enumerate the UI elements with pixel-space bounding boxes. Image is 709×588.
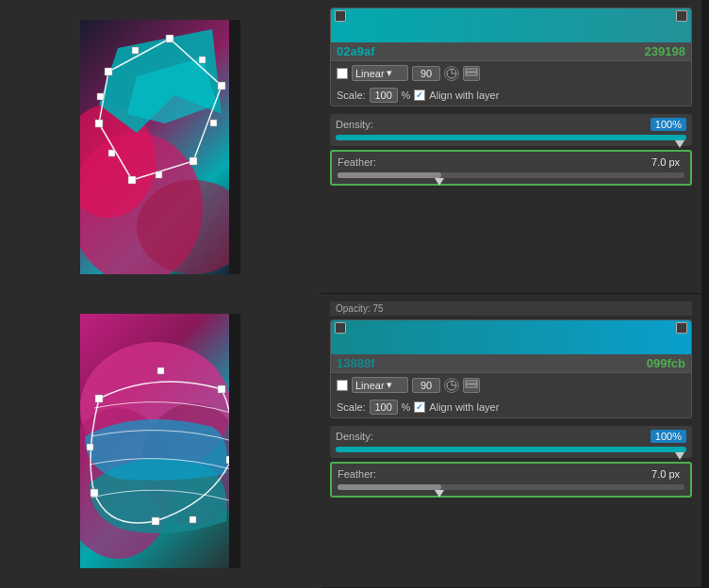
angle-field-top[interactable]: 90 xyxy=(412,66,440,81)
angle-field-bottom[interactable]: 90 xyxy=(412,378,440,393)
density-value-bottom[interactable]: 100% xyxy=(651,430,686,443)
gradient-stop-bl-tr[interactable] xyxy=(676,322,687,334)
scale-value-bottom[interactable]: 100 xyxy=(370,400,398,415)
feather-slider-fill-bottom xyxy=(338,484,441,490)
canvas-dark-strip-top xyxy=(229,20,240,274)
feather-value-bottom[interactable]: 7.0 px xyxy=(647,467,684,481)
svg-rect-11 xyxy=(132,47,139,54)
dark-bar-top xyxy=(701,0,709,293)
density-slider-handle-bottom xyxy=(675,452,684,460)
density-row-top: Density: 100% xyxy=(336,118,686,131)
feather-row-top: Feather: 7.0 px xyxy=(338,155,684,169)
feather-row-bottom: Feather: 7.0 px xyxy=(338,467,684,481)
feather-slider-bottom[interactable] xyxy=(338,484,684,490)
density-panel-bottom: Density: 100% xyxy=(330,426,692,458)
svg-rect-21 xyxy=(466,73,477,75)
canvas-image-bottom xyxy=(80,314,240,568)
feather-label-top: Feather: xyxy=(338,156,376,168)
gradient-type-dropdown-top[interactable]: Linear ▾ xyxy=(352,65,408,81)
main-container: 02a9af 239198 Linear ▾ 90 xyxy=(0,0,709,588)
feather-panel-top: Feather: 7.0 px xyxy=(330,150,692,186)
gradient-stop-tl[interactable] xyxy=(335,10,346,22)
color-left-bottom[interactable]: 13888f xyxy=(337,356,374,370)
svg-rect-33 xyxy=(87,444,93,450)
density-slider-bottom[interactable] xyxy=(336,447,686,452)
svg-rect-6 xyxy=(166,35,173,42)
density-slider-handle-top xyxy=(675,140,684,148)
svg-rect-38 xyxy=(466,384,477,387)
shape-svg-bottom xyxy=(80,314,240,568)
bottom-section: Opacity: 75 13888f 099fcb Linear xyxy=(0,294,709,588)
svg-rect-29 xyxy=(91,489,98,497)
color-left-top[interactable]: 02a9af xyxy=(337,44,374,58)
density-label-bottom: Density: xyxy=(336,431,373,442)
gradient-bar-fill-bottom xyxy=(331,320,691,354)
gradient-bar-bottom[interactable] xyxy=(331,320,691,354)
align-checkbox-bottom[interactable]: ✓ xyxy=(414,401,425,413)
density-slider-top[interactable] xyxy=(336,135,686,140)
gradient-bar-top[interactable] xyxy=(331,8,691,42)
opacity-row: Opacity: 75 xyxy=(330,302,692,316)
svg-rect-16 xyxy=(97,93,104,100)
gradient-panel-bottom: 13888f 099fcb Linear ▾ 90 xyxy=(330,319,692,418)
scale-row-top: Scale: 100 % ✓ Align with layer xyxy=(331,85,691,106)
svg-rect-7 xyxy=(218,82,225,90)
svg-rect-9 xyxy=(128,176,136,184)
align-checkbox-top[interactable]: ✓ xyxy=(414,90,425,101)
svg-rect-14 xyxy=(156,172,162,178)
svg-rect-10 xyxy=(95,120,103,127)
density-slider-fill-bottom xyxy=(336,447,686,452)
gradient-controls-bottom: Linear ▾ 90 xyxy=(331,372,691,397)
scale-row-bottom: Scale: 100 % ✓ Align with layer xyxy=(331,397,691,417)
scale-value-top[interactable]: 100 xyxy=(370,88,398,103)
gradient-stop-bl-tl[interactable] xyxy=(335,322,346,334)
gradient-checkbox-bottom[interactable] xyxy=(337,380,348,391)
feather-slider-top[interactable] xyxy=(338,172,684,178)
feather-slider-handle-top xyxy=(435,178,444,186)
svg-rect-8 xyxy=(190,157,197,165)
feather-slider-fill-top xyxy=(338,172,441,178)
svg-rect-30 xyxy=(157,368,164,374)
density-value-top[interactable]: 100% xyxy=(651,118,686,131)
gradient-stop-tr[interactable] xyxy=(676,10,687,22)
feather-slider-handle-bottom xyxy=(435,490,444,498)
feather-value-top[interactable]: 7.0 px xyxy=(647,155,684,169)
canvas-image-top xyxy=(80,20,240,274)
feather-panel-bottom: Feather: 7.0 px xyxy=(330,462,692,498)
layers-icon-bottom[interactable] xyxy=(463,378,480,393)
density-row-bottom: Density: 100% xyxy=(336,430,686,443)
svg-rect-25 xyxy=(95,395,103,402)
svg-rect-37 xyxy=(466,381,477,384)
color-labels-top: 02a9af 239198 xyxy=(331,42,691,60)
feather-label-bottom: Feather: xyxy=(338,468,376,480)
density-label-top: Density: xyxy=(336,119,373,130)
canvas-bottom xyxy=(0,294,321,588)
svg-rect-26 xyxy=(218,385,225,393)
svg-rect-15 xyxy=(108,150,115,156)
gradient-controls-top: Linear ▾ 90 xyxy=(331,60,691,85)
svg-rect-12 xyxy=(199,57,206,63)
angle-icon-top[interactable] xyxy=(444,66,459,81)
gradient-type-dropdown-bottom[interactable]: Linear ▾ xyxy=(352,377,408,393)
dark-bar-bottom xyxy=(701,294,709,587)
svg-rect-28 xyxy=(152,517,159,525)
density-panel-top: Density: 100% xyxy=(330,114,692,146)
svg-rect-20 xyxy=(466,69,477,72)
svg-rect-13 xyxy=(210,120,217,126)
canvas-top xyxy=(0,0,321,294)
color-right-top[interactable]: 239198 xyxy=(645,44,685,58)
gradient-checkbox-top[interactable] xyxy=(337,68,348,79)
right-panel-bottom: Opacity: 75 13888f 099fcb Linear xyxy=(321,294,701,587)
svg-rect-5 xyxy=(105,68,112,75)
gradient-bar-fill-top xyxy=(331,8,691,42)
density-slider-fill-top xyxy=(336,135,686,140)
gradient-panel-top: 02a9af 239198 Linear ▾ 90 xyxy=(330,8,692,106)
top-section: 02a9af 239198 Linear ▾ 90 xyxy=(0,0,709,294)
shape-svg-top xyxy=(80,20,240,274)
color-right-bottom[interactable]: 099fcb xyxy=(647,356,685,370)
right-panel-top: 02a9af 239198 Linear ▾ 90 xyxy=(321,0,701,293)
color-labels-bottom: 13888f 099fcb xyxy=(331,354,691,372)
canvas-dark-strip-bottom xyxy=(229,314,240,568)
layers-icon-top[interactable] xyxy=(463,66,480,81)
angle-icon-bottom[interactable] xyxy=(444,378,459,393)
